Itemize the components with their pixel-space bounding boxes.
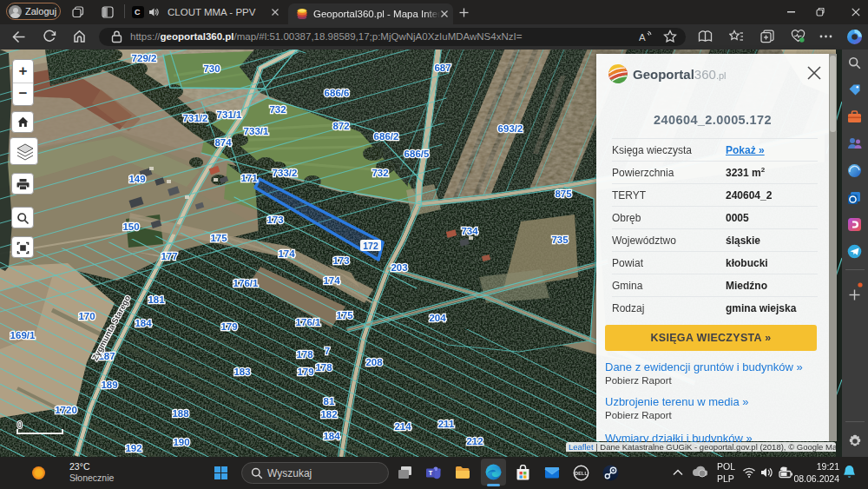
svg-text:7: 7 [325, 346, 330, 356]
svg-text:214: 214 [394, 421, 411, 432]
svg-text:212: 212 [466, 436, 483, 446]
svg-text:A: A [639, 32, 646, 43]
svg-text:733/2: 733/2 [273, 168, 298, 178]
svg-text:686/2: 686/2 [374, 131, 399, 142]
svg-text:188: 188 [172, 408, 189, 419]
svg-text:183: 183 [233, 367, 250, 377]
svg-text:190: 190 [173, 437, 189, 447]
svg-text:182: 182 [320, 409, 337, 420]
svg-text:734: 734 [461, 226, 478, 236]
svg-text:175: 175 [210, 233, 227, 243]
svg-text:730: 730 [203, 63, 220, 74]
svg-text:189: 189 [101, 380, 117, 390]
svg-text:T: T [429, 469, 433, 477]
svg-text:872: 872 [332, 121, 349, 131]
svg-text:732: 732 [372, 168, 388, 178]
svg-text:184: 184 [323, 431, 340, 441]
svg-text:211: 211 [438, 419, 455, 429]
svg-text:DELL: DELL [575, 471, 588, 476]
svg-text:178: 178 [315, 362, 332, 373]
svg-text:150: 150 [122, 221, 139, 232]
svg-text:174: 174 [323, 275, 340, 286]
svg-text:177: 177 [161, 251, 177, 261]
svg-text:179: 179 [297, 367, 313, 377]
svg-text:178: 178 [296, 349, 313, 360]
svg-text:686/5: 686/5 [404, 149, 430, 159]
svg-text:686/6: 686/6 [325, 88, 350, 98]
svg-text:0: 0 [17, 420, 23, 430]
svg-text:173: 173 [266, 215, 283, 225]
svg-text:184: 184 [135, 318, 152, 328]
svg-text:693/2: 693/2 [498, 123, 523, 134]
svg-text:732: 732 [269, 104, 286, 115]
svg-text:169/1: 169/1 [10, 330, 36, 340]
svg-text:176/1: 176/1 [296, 317, 321, 327]
svg-text:179: 179 [220, 321, 237, 332]
svg-text:172: 172 [363, 241, 378, 251]
svg-text:181: 181 [148, 294, 165, 305]
svg-text:174: 174 [278, 248, 295, 259]
svg-text:175: 175 [336, 310, 353, 320]
svg-text:173: 173 [332, 255, 349, 266]
svg-text:875: 875 [555, 188, 572, 199]
svg-text:203: 203 [391, 262, 407, 273]
svg-text:149: 149 [128, 174, 145, 184]
svg-text:687: 687 [434, 63, 450, 73]
svg-text:192: 192 [125, 443, 141, 453]
svg-text:733/1: 733/1 [244, 126, 269, 136]
svg-text:731/1: 731/1 [217, 109, 242, 120]
svg-text:176/1: 176/1 [233, 278, 259, 288]
svg-text:81: 81 [324, 396, 335, 406]
svg-text:735: 735 [551, 235, 569, 245]
svg-text:729/2: 729/2 [132, 53, 157, 63]
svg-text:731/2: 731/2 [183, 113, 208, 123]
svg-text:208: 208 [365, 357, 383, 367]
svg-text:1720: 1720 [55, 405, 77, 415]
svg-text:171: 171 [240, 173, 258, 183]
svg-text:204: 204 [429, 313, 446, 323]
svg-text:170: 170 [78, 311, 95, 321]
svg-text:874: 874 [214, 137, 232, 148]
